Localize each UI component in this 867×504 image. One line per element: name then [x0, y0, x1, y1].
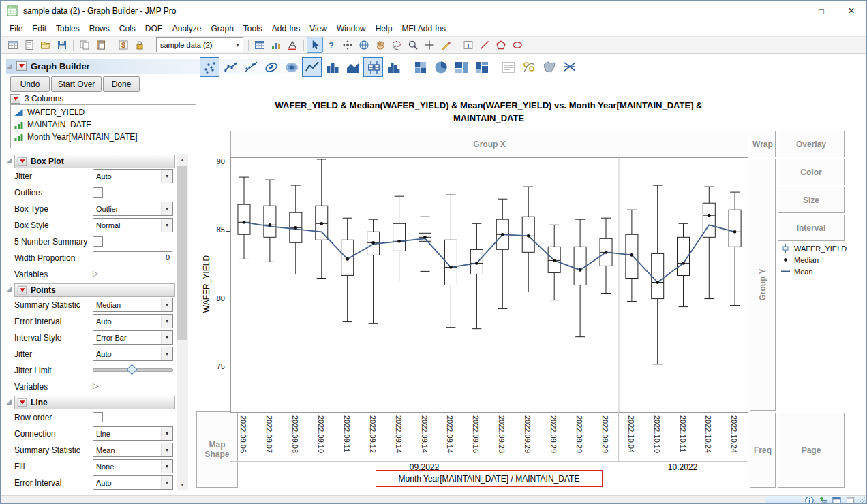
magnifier-icon[interactable] — [405, 37, 421, 53]
line-row-order-checkbox[interactable] — [93, 412, 103, 422]
drop-zone-page[interactable]: Page — [778, 413, 845, 488]
menu-item-graph[interactable]: Graph — [206, 21, 238, 36]
columns-outline[interactable]: 3 Columns — [10, 94, 63, 104]
menu-item-view[interactable]: View — [305, 21, 332, 36]
menu-item-analyze[interactable]: Analyze — [168, 21, 207, 36]
script-icon[interactable]: S — [115, 37, 132, 53]
menu-item-window[interactable]: Window — [332, 21, 371, 36]
close-button[interactable]: × — [836, 1, 866, 21]
box-plot-box-type-select[interactable]: Outlier▾ — [93, 202, 173, 216]
collapse-triangle-icon[interactable] — [6, 63, 12, 69]
table-selector-dropdown[interactable]: sample data (2)▾ — [156, 37, 243, 52]
save-icon[interactable] — [54, 37, 70, 53]
line-of-fit-icon[interactable] — [241, 57, 260, 77]
box-plot-width-proportion-input[interactable]: 0 — [93, 251, 172, 264]
menu-item-edit[interactable]: Edit — [27, 21, 51, 36]
globe-icon[interactable] — [356, 37, 372, 53]
arrow-cursor-icon[interactable] — [307, 37, 323, 53]
new-data-table-icon[interactable] — [5, 37, 21, 53]
box-plot-chart[interactable] — [230, 157, 748, 413]
red-triangle-menu-icon[interactable] — [10, 94, 20, 104]
points-icon[interactable] — [200, 57, 219, 77]
area-icon[interactable] — [343, 57, 363, 77]
heatmap-icon[interactable] — [410, 57, 430, 77]
menu-item-tools[interactable]: Tools — [239, 21, 267, 36]
line-icon[interactable] — [302, 57, 322, 77]
lasso-icon[interactable] — [389, 37, 405, 53]
red-triangle-menu-icon[interactable] — [18, 398, 27, 407]
panel-scrollbar[interactable]: ▲ ▼ — [177, 154, 188, 490]
treemap-icon[interactable] — [451, 57, 471, 77]
open-icon[interactable] — [37, 37, 54, 53]
annotate-icon[interactable] — [438, 37, 454, 53]
data-view-icon[interactable] — [252, 37, 268, 53]
legend-item-median[interactable]: Median — [780, 254, 847, 266]
drop-zone-size[interactable]: Size — [778, 187, 845, 213]
ellipse-icon[interactable] — [261, 57, 281, 77]
box-plot-5-number-summary-checkbox[interactable] — [93, 236, 103, 247]
undo-button[interactable]: Undo — [10, 76, 50, 92]
collapse-triangle-icon[interactable] — [6, 158, 12, 163]
menu-item-file[interactable]: File — [5, 21, 27, 36]
lock-icon[interactable] — [132, 37, 148, 53]
drop-zone-interval[interactable]: Interval — [778, 215, 845, 241]
pie-icon[interactable] — [431, 57, 451, 77]
column-item-wafer-yield[interactable]: WAFER_YIELD — [11, 106, 196, 119]
points-variables-disclosure[interactable]: ▷ — [93, 381, 98, 390]
section-header-box-plot[interactable]: Box Plot — [14, 155, 175, 168]
bar-icon[interactable] — [322, 57, 342, 77]
minimize-button[interactable]: — — [776, 1, 806, 21]
points-error-interval-select[interactable]: Auto▾ — [93, 314, 173, 328]
column-item-month-year-maintain-date[interactable]: Month Year[MAINTAIN_DATE] — [11, 131, 196, 143]
table-up-icon[interactable] — [818, 496, 828, 504]
new-journal-icon[interactable] — [21, 37, 37, 53]
map-shape-icon[interactable] — [539, 57, 559, 77]
histogram-icon[interactable] — [384, 57, 404, 77]
menu-item-rows[interactable]: Rows — [85, 21, 115, 36]
red-triangle-menu-icon[interactable] — [18, 157, 27, 166]
x-axis-label[interactable]: Month Year[MAINTAIN_DATE] / MAINTAIN_DAT… — [376, 470, 603, 487]
box-plot-jitter-select[interactable]: Auto▾ — [93, 169, 173, 183]
points-jitter-select[interactable]: Auto▾ — [93, 347, 173, 361]
section-header-line[interactable]: Line — [14, 396, 175, 409]
oval-tool-icon[interactable] — [509, 37, 526, 53]
legend-item-mean[interactable]: Mean — [780, 266, 847, 277]
drop-zone-wrap[interactable]: Wrap — [750, 131, 776, 157]
points-summary-statistic-select[interactable]: Median▾ — [93, 298, 173, 312]
box-plot-box-style-select[interactable]: Normal▾ — [93, 218, 173, 232]
smoother-icon[interactable] — [220, 57, 240, 77]
scroll-up-icon[interactable]: ▲ — [177, 154, 188, 166]
hand-icon[interactable] — [372, 37, 389, 53]
line-fill-select[interactable]: None▾ — [93, 459, 173, 473]
paste-icon[interactable] — [93, 37, 109, 53]
menu-item-mfi-add-ins[interactable]: MFI Add-Ins — [397, 21, 451, 36]
drop-zone-map-shape[interactable]: Map Shape — [196, 411, 238, 488]
info-icon[interactable] — [804, 496, 815, 504]
points-jitter-limit-slider[interactable] — [93, 364, 173, 375]
red-triangle-menu-icon[interactable] — [16, 61, 27, 71]
graph-launch-icon[interactable] — [268, 37, 284, 53]
polygon-tool-icon[interactable] — [493, 37, 509, 53]
menu-item-help[interactable]: Help — [371, 21, 397, 36]
scrollbar-thumb[interactable] — [177, 166, 187, 340]
text-tool-icon[interactable]: T — [460, 37, 476, 53]
done-button[interactable]: Done — [103, 76, 140, 92]
slider-thumb[interactable] — [127, 364, 138, 375]
scroll-down-icon[interactable]: ▼ — [177, 479, 188, 490]
line-tool-icon[interactable] — [476, 37, 493, 53]
menu-item-add-ins[interactable]: Add-Ins — [267, 21, 305, 36]
contour-icon[interactable] — [282, 57, 301, 77]
columns-list[interactable]: WAFER_YIELDMAINTAIN_DATEMonth Year[MAINT… — [10, 104, 196, 148]
collapse-triangle-icon[interactable] — [6, 399, 12, 405]
red-triangle-menu-icon[interactable] — [18, 286, 27, 295]
maximize-button[interactable]: □ — [806, 1, 836, 21]
section-header-points[interactable]: Points — [14, 283, 175, 297]
box-plot-icon[interactable] — [363, 57, 383, 77]
points-interval-style-select[interactable]: Error Bar▾ — [93, 330, 173, 345]
mosaic-icon[interactable] — [472, 57, 491, 77]
caption-box-icon[interactable] — [498, 57, 518, 77]
drop-zone-freq[interactable]: Freq — [750, 413, 776, 488]
collapse-triangle-icon[interactable] — [6, 287, 12, 292]
help-icon[interactable]: ? — [323, 37, 339, 53]
drop-zone-group-x[interactable]: Group X — [230, 131, 748, 157]
